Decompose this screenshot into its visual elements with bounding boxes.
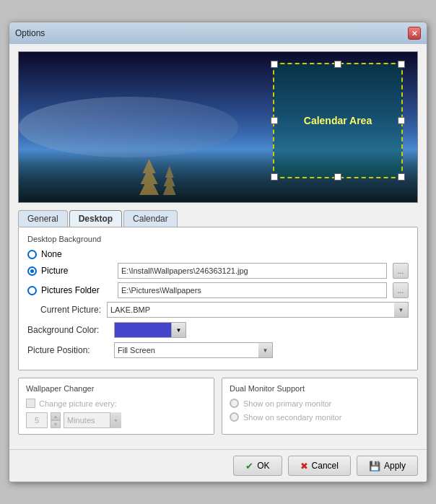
color-picker-group: ▼ — [114, 322, 186, 338]
resize-handle-br[interactable] — [398, 173, 405, 181]
ok-button[interactable]: ✔ OK — [233, 456, 282, 476]
cancel-button[interactable]: ✖ Cancel — [288, 456, 351, 476]
desktop-background-section: Desktop Background None Picture ... Pict… — [18, 227, 418, 370]
tab-calendar[interactable]: Calendar — [123, 210, 178, 227]
calendar-area-box: Calendar Area — [273, 63, 403, 178]
current-picture-select[interactable] — [107, 302, 409, 318]
resize-handle-bl[interactable] — [271, 173, 278, 181]
change-picture-label: Change picture every: — [39, 399, 117, 408]
picture-position-row: Picture Position: ▼ — [27, 342, 409, 358]
dual-monitor-box: Dual Monitor Support Show on primary mon… — [222, 378, 418, 435]
primary-monitor-row: Show on primary monitor — [230, 399, 410, 408]
secondary-monitor-row: Show on secondary monitor — [230, 412, 410, 422]
bottom-bar: ✔ OK ✖ Cancel 💾 Apply — [9, 449, 427, 482]
pictures-folder-row: Pictures Folder ... — [27, 282, 409, 298]
pictures-folder-browse-button[interactable]: ... — [393, 282, 409, 298]
change-picture-checkbox[interactable] — [26, 399, 35, 408]
picture-path-input[interactable] — [118, 263, 387, 279]
none-label: None — [41, 249, 62, 259]
pictures-folder-label: Pictures Folder — [41, 285, 113, 295]
cancel-icon: ✖ — [300, 461, 308, 472]
interval-input[interactable] — [26, 412, 48, 428]
resize-handle-tm[interactable] — [334, 61, 341, 68]
current-picture-row: Current Picture: ▼ — [27, 302, 409, 318]
resize-handle-bm[interactable] — [334, 173, 341, 181]
apply-label: Apply — [384, 461, 406, 471]
pictures-folder-input[interactable] — [118, 282, 387, 298]
ok-icon: ✔ — [245, 461, 253, 472]
wallpaper-changer-title: Wallpaper Changer — [26, 384, 206, 393]
picture-position-label: Picture Position: — [27, 345, 114, 355]
resize-handle-tr[interactable] — [398, 61, 405, 68]
cancel-label: Cancel — [312, 461, 339, 471]
stepper-row: ▲ ▼ ▼ — [26, 412, 206, 428]
primary-monitor-radio[interactable] — [230, 399, 239, 408]
secondary-monitor-radio[interactable] — [230, 412, 239, 422]
primary-monitor-label: Show on primary monitor — [243, 399, 331, 408]
ok-label: OK — [257, 461, 269, 471]
wallpaper-changer-box: Wallpaper Changer Change picture every: … — [18, 378, 214, 435]
main-content: Calendar Area General Desktop Calendar D… — [9, 44, 427, 449]
resize-handle-tl[interactable] — [271, 61, 278, 68]
window-title: Options — [15, 28, 45, 38]
secondary-monitor-label: Show on secondary monitor — [243, 413, 341, 422]
bottom-two-col: Wallpaper Changer Change picture every: … — [18, 378, 418, 435]
picture-browse-button[interactable]: ... — [393, 263, 409, 279]
tabs-row: General Desktop Calendar — [18, 210, 418, 227]
current-picture-label: Current Picture: — [27, 305, 107, 315]
resize-handle-ml[interactable] — [271, 117, 278, 124]
stepper-down-button[interactable]: ▼ — [51, 420, 61, 428]
picture-radio[interactable] — [27, 266, 37, 276]
cloud-layer — [19, 97, 238, 157]
title-bar: Options ✕ — [9, 22, 427, 44]
stepper-up-button[interactable]: ▲ — [51, 412, 61, 420]
background-color-label: Background Color: — [27, 325, 114, 335]
apply-button[interactable]: 💾 Apply — [357, 456, 418, 476]
current-picture-select-wrapper: ▼ — [107, 302, 409, 318]
resize-handle-mr[interactable] — [398, 117, 405, 124]
unit-select-wrapper: ▼ — [64, 412, 121, 428]
picture-position-select[interactable] — [114, 342, 273, 358]
desktop-background-title: Desktop Background — [27, 235, 409, 243]
background-color-dropdown[interactable]: ▼ — [172, 322, 186, 338]
dual-monitor-title: Dual Monitor Support — [230, 384, 410, 393]
stepper-buttons: ▲ ▼ — [51, 412, 61, 428]
picture-label: Picture — [41, 266, 113, 276]
close-button[interactable]: ✕ — [408, 27, 421, 40]
change-picture-row: Change picture every: — [26, 399, 206, 408]
background-color-swatch[interactable] — [114, 322, 172, 338]
none-option-row: None — [27, 249, 409, 259]
calendar-area-label: Calendar Area — [304, 115, 372, 126]
none-radio[interactable] — [27, 250, 37, 259]
picture-option-row: Picture ... — [27, 263, 409, 279]
options-window: Options ✕ Calendar Area — [9, 22, 427, 482]
background-color-row: Background Color: ▼ — [27, 322, 409, 338]
picture-position-wrapper: ▼ — [114, 342, 273, 358]
preview-area: Calendar Area — [18, 51, 418, 203]
unit-dropdown-arrow[interactable]: ▼ — [110, 412, 121, 428]
tab-desktop[interactable]: Desktop — [69, 210, 122, 227]
apply-icon: 💾 — [369, 461, 380, 472]
pictures-folder-radio[interactable] — [27, 286, 37, 295]
tab-general[interactable]: General — [18, 210, 68, 227]
